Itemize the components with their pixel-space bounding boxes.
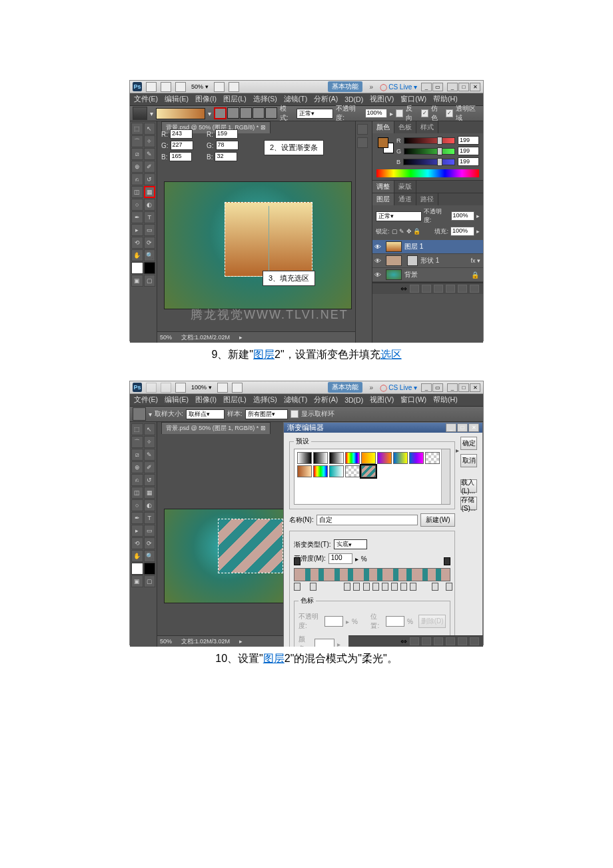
visibility-icon[interactable]: 👁 [372,243,383,251]
dropdown-icon[interactable]: ▾ [150,110,153,117]
arrange-icon[interactable] [217,383,228,393]
flyout-icon[interactable]: ▸ [239,638,243,645]
minimize-icon[interactable]: _ [421,383,432,392]
move-tool-icon[interactable]: ↖ [144,123,156,135]
name-input[interactable]: 自定 [316,515,418,525]
gradient-bar[interactable] [294,568,450,581]
visibility-icon[interactable]: 👁 [372,257,383,265]
blur-tool-icon[interactable]: ○ [131,199,143,211]
menu-image[interactable]: 图像(I) [195,395,217,405]
menu-file[interactable]: 文件(E) [134,395,158,405]
layer-thumb[interactable] [386,255,402,266]
trash-icon[interactable] [470,285,479,293]
new-button[interactable]: 新建(W) [420,513,455,527]
menu-3d[interactable]: 3D(D) [344,396,363,404]
path-select-icon[interactable]: ▸ [131,224,143,236]
maximize-icon[interactable]: □ [458,83,469,91]
layer-row[interactable]: 👁背景🔒 [372,268,483,282]
marquee-tool-icon[interactable]: ⬚ [131,123,143,135]
layer-opacity-input[interactable]: 100% [451,211,474,221]
3d-tool-icon[interactable]: ⟲ [131,237,143,249]
crop-tool-icon[interactable]: ⧄ [131,449,143,461]
dropdown-icon[interactable]: ▾ [208,110,211,117]
mode-select[interactable]: 正常 ▾ [297,109,334,119]
healing-tool-icon[interactable]: ⊕ [131,161,143,173]
sample-size-select[interactable]: 取样点 ▾ [186,409,225,419]
restore-icon[interactable]: ▭ [432,83,443,91]
canvas[interactable] [164,509,289,603]
eyedropper-tool-icon[interactable]: ✎ [144,449,156,461]
panel-icon[interactable] [357,137,368,148]
flyout-icon[interactable]: ▸ [239,334,243,341]
zoom-tool-icon[interactable]: 🔍 [144,249,156,261]
eraser-tool-icon[interactable]: ◫ [131,487,143,499]
hue-strip[interactable] [376,169,479,177]
screen-mode-icon[interactable] [175,383,186,393]
pen-tool-icon[interactable]: ✒ [131,512,143,524]
radial-gradient-icon[interactable] [227,107,239,119]
color-stop[interactable] [432,583,438,591]
eyedropper-tool-icon[interactable]: ✎ [144,148,156,160]
smoothness-input[interactable]: 100 [328,553,352,564]
cs-live-button[interactable]: ◯CS Live ▾ [380,384,417,391]
save-button[interactable]: 存储(S)... [460,497,477,510]
link-icon[interactable]: ⇔ [400,284,407,293]
zoom-status[interactable]: 50% [160,334,172,341]
quickmask-icon[interactable]: ▣ [131,575,143,587]
history-brush-icon[interactable]: ↺ [144,474,156,486]
extras-icon[interactable] [229,82,239,92]
minibridge-icon[interactable] [161,82,171,92]
color-stop[interactable] [310,583,316,591]
tab-styles[interactable]: 样式 [416,121,438,133]
marquee-tool-icon[interactable]: ⬚ [131,423,143,435]
menu-analysis[interactable]: 分析(A) [314,95,338,104]
angle-gradient-icon[interactable] [240,107,252,119]
preset-swatch[interactable] [297,465,312,477]
link-layer[interactable]: 图层 [253,349,275,360]
ok-button[interactable]: 确定 [460,437,477,450]
gradient-preview[interactable] [156,108,205,119]
blend-mode-select[interactable]: 正常 ▾ [376,211,422,221]
bridge-icon[interactable] [146,383,157,393]
zoom-level[interactable]: 100% ▾ [190,384,213,391]
color-stop[interactable] [400,583,407,591]
preset-swatch[interactable] [425,452,440,464]
3d-camera-icon[interactable]: ⟳ [144,237,156,249]
background-swatch[interactable] [144,563,156,575]
tab-mask[interactable]: 蒙版 [394,181,416,193]
zoom-level[interactable]: 50% ▾ [190,83,210,90]
shape-tool-icon[interactable]: ▭ [144,525,156,537]
healing-tool-icon[interactable]: ⊕ [131,461,143,473]
move-tool-icon[interactable]: ↖ [144,423,156,435]
path-select-icon[interactable]: ▸ [131,525,143,537]
scrollbar[interactable] [441,449,450,504]
brush-tool-icon[interactable]: ✐ [144,161,156,173]
gradient-tool-icon[interactable]: ▦ [144,186,156,198]
visibility-icon[interactable]: 👁 [372,271,383,279]
lasso-tool-icon[interactable]: ⌒ [131,436,143,448]
color-stop[interactable] [382,583,388,591]
layer-thumb[interactable] [386,241,402,252]
hand-tool-icon[interactable]: ✋ [131,249,143,261]
mask-icon[interactable] [422,285,431,293]
b-value[interactable]: 199 [458,157,479,166]
g-value[interactable]: 199 [458,147,479,155]
menu-edit[interactable]: 编辑(E) [165,395,189,405]
menu-view[interactable]: 视图(V) [370,395,394,405]
panel-icon[interactable] [357,124,368,135]
blur-tool-icon[interactable]: ○ [131,499,143,511]
fx-icon[interactable] [410,637,419,645]
minimize-icon[interactable]: _ [446,423,456,432]
adjustment-icon[interactable] [434,285,443,293]
color-stop[interactable] [353,583,360,591]
restore-icon[interactable]: ▭ [432,383,443,392]
close-icon[interactable]: ✕ [470,383,480,392]
dodge-tool-icon[interactable]: ◐ [144,199,156,211]
cancel-button[interactable]: 取消 [460,454,477,467]
menu-help[interactable]: 帮助(H) [433,395,458,405]
quickmask-icon[interactable]: ▣ [131,275,143,287]
menu-select[interactable]: 选择(S) [253,395,277,405]
stamp-tool-icon[interactable]: ⎌ [131,474,143,486]
flyout-icon[interactable]: ▸ [390,110,393,117]
zoom-tool-icon[interactable]: 🔍 [144,550,156,562]
